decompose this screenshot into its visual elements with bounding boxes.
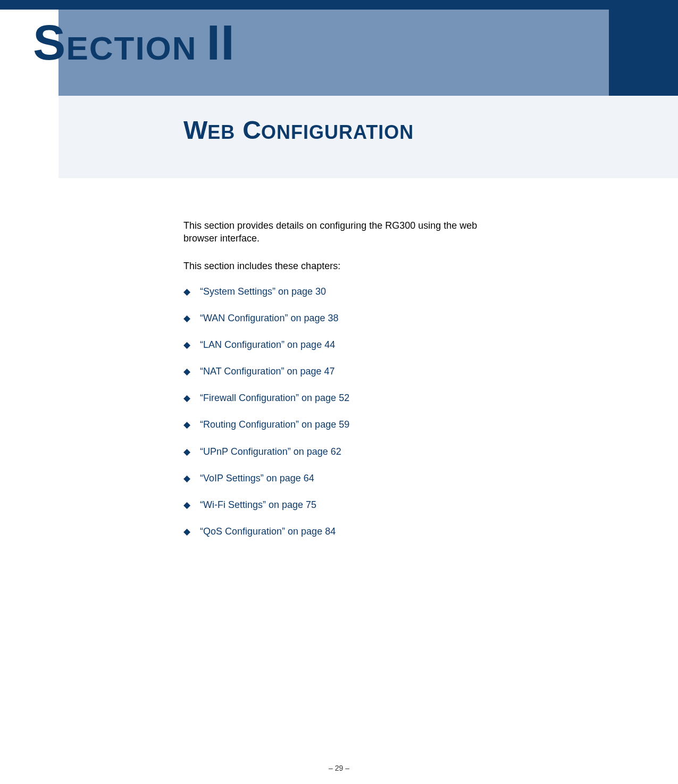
chapter-link[interactable]: “VoIP Settings” on page 64	[200, 473, 314, 484]
diamond-bullet-icon: ◆	[183, 393, 190, 404]
chapter-list: ◆“System Settings” on page 30◆“WAN Confi…	[183, 286, 503, 553]
section-number: II	[207, 15, 235, 70]
diamond-bullet-icon: ◆	[183, 313, 190, 324]
page-number: – 29 –	[329, 764, 349, 772]
chapter-item: ◆“Wi-Fi Settings” on page 75	[183, 499, 503, 511]
diamond-bullet-icon: ◆	[183, 366, 190, 378]
includes-line: This section includes these chapters:	[183, 261, 340, 272]
section-title-rest: ECTION	[66, 30, 197, 66]
chapter-item: ◆“System Settings” on page 30	[183, 286, 503, 298]
section-title-initial-s: S	[33, 15, 66, 70]
page-container: SECTIONII WEBCONFIGURATION This section …	[0, 0, 678, 784]
diamond-bullet-icon: ◆	[183, 526, 190, 538]
chapter-item: ◆“QoS Configuration” on page 84	[183, 526, 503, 538]
diamond-bullet-icon: ◆	[183, 446, 190, 458]
top-right-decor	[609, 0, 678, 96]
diamond-bullet-icon: ◆	[183, 419, 190, 431]
section-title: SECTIONII	[33, 15, 235, 71]
chapter-link[interactable]: “QoS Configuration” on page 84	[200, 526, 336, 537]
chapter-item: ◆“NAT Configuration” on page 47	[183, 366, 503, 378]
chapter-item: ◆“VoIP Settings” on page 64	[183, 473, 503, 485]
chapter-item: ◆“LAN Configuration” on page 44	[183, 339, 503, 351]
top-bar-decor	[0, 0, 609, 10]
page-footer: – 29 –	[0, 764, 678, 772]
chapter-link[interactable]: “UPnP Configuration” on page 62	[200, 446, 341, 457]
chapter-item: ◆“Firewall Configuration” on page 52	[183, 393, 503, 404]
chapter-item: ◆“UPnP Configuration” on page 62	[183, 446, 503, 458]
chapter-link[interactable]: “NAT Configuration” on page 47	[200, 366, 335, 377]
chapter-link[interactable]: “System Settings” on page 30	[200, 286, 326, 297]
sub-title-w1-initial: W	[183, 116, 207, 144]
sub-title-w2-initial: C	[242, 116, 261, 144]
diamond-bullet-icon: ◆	[183, 499, 190, 511]
sub-title-w2-rest: ONFIGURATION	[261, 121, 414, 143]
chapter-link[interactable]: “WAN Configuration” on page 38	[200, 313, 338, 324]
chapter-link[interactable]: “Routing Configuration” on page 59	[200, 419, 349, 430]
sub-title-w1-rest: EB	[207, 121, 235, 143]
chapter-item: ◆“Routing Configuration” on page 59	[183, 419, 503, 431]
sub-title: WEBCONFIGURATION	[183, 115, 414, 145]
diamond-bullet-icon: ◆	[183, 286, 190, 298]
chapter-link[interactable]: “LAN Configuration” on page 44	[200, 339, 335, 351]
chapter-item: ◆“WAN Configuration” on page 38	[183, 313, 503, 324]
intro-paragraph: This section provides details on configu…	[183, 219, 481, 245]
chapter-link[interactable]: “Wi-Fi Settings” on page 75	[200, 499, 316, 511]
diamond-bullet-icon: ◆	[183, 473, 190, 485]
diamond-bullet-icon: ◆	[183, 339, 190, 351]
chapter-link[interactable]: “Firewall Configuration” on page 52	[200, 393, 349, 404]
